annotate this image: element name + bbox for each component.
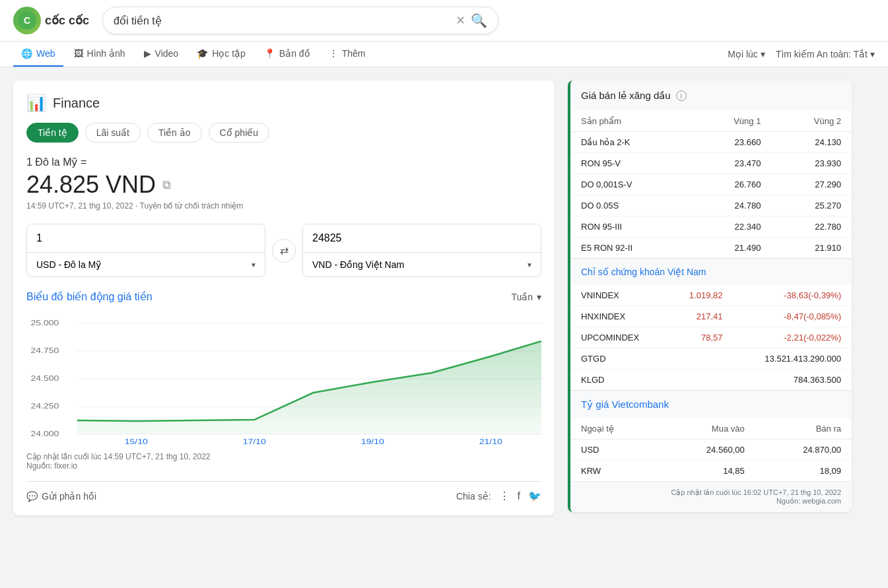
right-panel: Giá bán lẻ xăng dầu i Sản phẩm Vùng 1 Vù… — [568, 81, 852, 523]
svg-text:24.750: 24.750 — [30, 346, 59, 354]
nav-item-them[interactable]: ⋮ Thêm — [321, 42, 374, 67]
finance-title: Finance — [53, 96, 100, 111]
table-row: E5 RON 92-II21.49021.910 — [570, 238, 852, 259]
study-icon: 🎓 — [197, 48, 208, 59]
svg-text:21/10: 21/10 — [479, 438, 502, 445]
vietcombank-title: Tỷ giá Vietcombank — [570, 390, 852, 418]
nav-item-ban-do[interactable]: 📍 Bản đồ — [256, 42, 318, 67]
chart-period-selector[interactable]: Tuần ▾ — [511, 292, 541, 302]
finance-card: 📊 Finance Tiền tệ Lãi suất Tiền ảo Cổ ph… — [13, 81, 555, 515]
col-vung2: Vùng 2 — [771, 111, 852, 132]
search-bar: ✕ 🔍 — [102, 7, 498, 34]
left-panel: 📊 Finance Tiền tệ Lãi suất Tiền ảo Cổ ph… — [13, 81, 555, 523]
nav-right: Mọi lúc ▾ Tìm kiếm An toàn: Tắt ▾ — [728, 49, 875, 59]
svg-text:15/10: 15/10 — [125, 438, 148, 445]
from-currency-box: USD - Đô la Mỹ — [26, 224, 265, 277]
table-row: RON 95-III22.34022.780 — [570, 216, 852, 238]
nav-bar: 🌐 Web 🖼 Hình ảnh ▶ Video 🎓 Học tập 📍 Bản… — [0, 42, 888, 67]
feedback-share-bar: 💬 Gửi phản hồi Chia sẻ: ⋮ f 🐦 — [26, 481, 541, 502]
video-icon: ▶ — [144, 48, 151, 59]
tab-tien-te[interactable]: Tiền tệ — [26, 123, 79, 143]
twitter-icon[interactable]: 🐦 — [528, 490, 541, 502]
price-chart: 25.000 24.750 24.500 24.250 24.000 — [26, 313, 541, 445]
rate-value: 24.825 VND ⧉ — [26, 171, 541, 199]
col-vung1: Vùng 1 — [691, 111, 772, 132]
chart-title: Biểu đồ biến động giá tiền — [26, 290, 153, 303]
table-row: GTGD13.521.413.290.000 — [570, 348, 852, 370]
gas-prices-table: Sản phẩm Vùng 1 Vùng 2 Dầu hỏa 2-K23.660… — [570, 111, 852, 258]
nav-item-web[interactable]: 🌐 Web — [13, 42, 63, 67]
map-icon: 📍 — [264, 48, 275, 59]
col-san-pham: Sản phẩm — [570, 111, 691, 132]
search-icon[interactable]: 🔍 — [471, 13, 487, 28]
gas-prices-card: Giá bán lẻ xăng dầu i Sản phẩm Vùng 1 Vù… — [568, 81, 852, 512]
clear-icon[interactable]: ✕ — [456, 13, 465, 28]
logo-text: cốc cốc — [45, 13, 89, 28]
from-amount-input[interactable] — [27, 224, 265, 253]
table-row: KLGD784.363.500 — [570, 370, 852, 391]
svg-text:25.000: 25.000 — [30, 319, 59, 327]
rate-label: 1 Đô la Mỹ = — [26, 156, 541, 168]
safe-search[interactable]: Tìm kiếm An toàn: Tắt ▾ — [776, 49, 875, 59]
image-icon: 🖼 — [74, 48, 83, 59]
chart-header: Biểu đồ biến động giá tiền Tuần ▾ — [26, 290, 541, 303]
to-currency-select[interactable]: VND - Đồng Việt Nam — [303, 253, 541, 277]
chart-svg: 25.000 24.750 24.500 24.250 24.000 — [26, 313, 541, 445]
col-ngoai-te: Ngoại tệ — [570, 418, 658, 440]
main-content: 📊 Finance Tiền tệ Lãi suất Tiền ảo Cổ ph… — [0, 67, 888, 536]
table-row: UPCOMINDEX78,57-2,21(-0,022%) — [570, 327, 852, 348]
web-icon: 🌐 — [21, 48, 32, 59]
stock-index-title: Chỉ số chứng khoán Việt Nam — [570, 258, 852, 285]
svg-text:24.500: 24.500 — [30, 374, 59, 382]
share-section: Chia sẻ: ⋮ f 🐦 — [456, 490, 541, 502]
currency-converter: USD - Đô la Mỹ ⇄ VND - Đồng Việt Nam — [26, 224, 541, 277]
from-currency-select[interactable]: USD - Đô la Mỹ — [27, 253, 265, 277]
stock-index-table: VNINDEX1.019,82-38,63(-0,39%)HNXINDEX217… — [570, 285, 852, 390]
copy-icon[interactable]: ⧉ — [162, 178, 171, 192]
table-row: DO 0,001S-V26.76027.290 — [570, 174, 852, 195]
tab-co-phieu[interactable]: Cổ phiếu — [209, 123, 269, 143]
rate-time: 14:59 UTC+7, 21 thg 10, 2022 · Tuyên bố … — [26, 201, 541, 211]
time-filter[interactable]: Mọi lúc ▾ — [728, 49, 765, 59]
svg-text:C: C — [24, 15, 30, 26]
nav-item-video[interactable]: ▶ Video — [136, 42, 187, 67]
table-row: DO 0.05S24.78025.270 — [570, 195, 852, 216]
finance-header: 📊 Finance — [26, 94, 541, 112]
nav-item-hinh-anh[interactable]: 🖼 Hình ảnh — [66, 42, 133, 67]
svg-text:24.000: 24.000 — [30, 430, 59, 438]
svg-text:24.250: 24.250 — [30, 402, 59, 410]
table-row: USD24.560,0024.870,00 — [570, 440, 852, 461]
tab-lai-suat[interactable]: Lãi suất — [85, 123, 141, 143]
chevron-down-icon: ▾ — [761, 49, 765, 59]
feedback-button[interactable]: 💬 Gửi phản hồi — [26, 491, 96, 502]
to-amount-input[interactable] — [303, 224, 541, 253]
col-ban-ra: Bán ra — [755, 418, 852, 440]
logo[interactable]: C cốc cốc — [13, 7, 89, 34]
nav-item-hoc-tap[interactable]: 🎓 Học tập — [189, 42, 254, 67]
chart-footer: Cập nhật lần cuối lúc 14:59 UTC+7, 21 th… — [26, 452, 541, 471]
svg-text:19/10: 19/10 — [361, 438, 384, 445]
swap-button[interactable]: ⇄ — [272, 239, 296, 263]
search-input[interactable] — [114, 15, 450, 26]
table-row: Dầu hỏa 2-K23.66024.130 — [570, 132, 852, 153]
to-currency-select-wrap: VND - Đồng Việt Nam — [303, 253, 541, 277]
comment-icon: 💬 — [26, 491, 38, 502]
to-currency-box: VND - Đồng Việt Nam — [302, 224, 541, 277]
share-network-icon[interactable]: ⋮ — [499, 490, 510, 502]
table-row: KRW14,8518,09 — [570, 461, 852, 482]
table-row: RON 95-V23.47023.930 — [570, 153, 852, 174]
facebook-icon[interactable]: f — [518, 490, 520, 502]
gas-prices-header: Giá bán lẻ xăng dầu i — [570, 81, 852, 111]
tab-tien-ao[interactable]: Tiền ảo — [147, 123, 202, 143]
header: C cốc cốc ✕ 🔍 — [0, 0, 888, 42]
chevron-down-icon-chart: ▾ — [537, 292, 541, 302]
chevron-down-icon-safe: ▾ — [870, 49, 875, 59]
logo-icon: C — [13, 7, 41, 34]
table-row: VNINDEX1.019,82-38,63(-0,39%) — [570, 285, 852, 306]
more-icon: ⋮ — [329, 48, 338, 59]
col-mua-vao: Mua vào — [658, 418, 755, 440]
info-icon[interactable]: i — [676, 90, 687, 101]
table-row: HNXINDEX217,41-8,47(-0,085%) — [570, 306, 852, 327]
vietcombank-footer: Cập nhật lần cuối lúc 16:02 UTC+7, 21 th… — [570, 481, 852, 512]
finance-tabs: Tiền tệ Lãi suất Tiền ảo Cổ phiếu — [26, 123, 541, 143]
